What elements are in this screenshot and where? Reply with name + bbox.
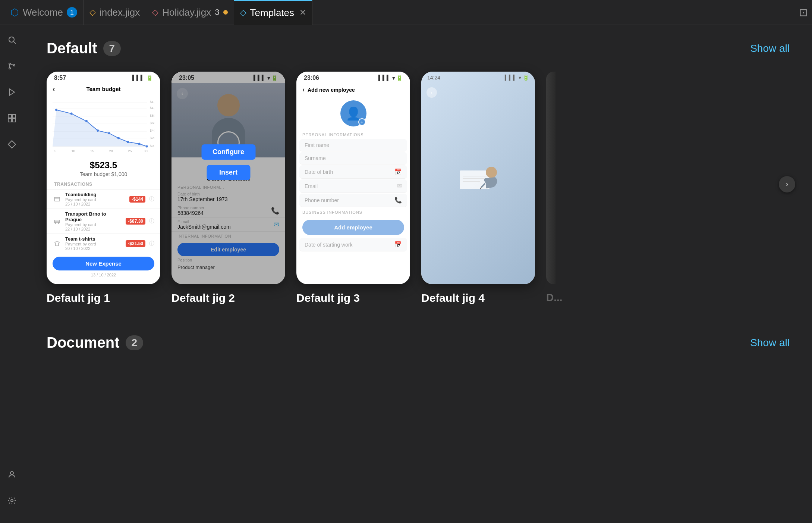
document-show-all[interactable]: Show all	[750, 337, 790, 349]
jig1-column: 8:57 ▍▍▍ 🔋 ‹ Team budget	[47, 72, 160, 304]
vs-icon: ⬡	[10, 7, 19, 18]
tx3-amount: -$21.50	[126, 240, 145, 247]
svg-text:$1,000.00: $1,000.00	[150, 106, 154, 110]
add-employee-btn[interactable]: Add employee	[302, 220, 404, 235]
tx2-icon	[53, 217, 62, 226]
jig1-date: 13 / 10 / 2022	[47, 270, 160, 279]
tab-index[interactable]: ◇ index.jigx	[84, 0, 146, 25]
person-icon: 👤	[346, 106, 361, 121]
jig4-status: 14:24 ▍▍▍ ▾ 🔋	[421, 72, 535, 84]
svg-rect-10	[8, 119, 12, 122]
default-section-header: Default 7 Show all	[47, 40, 790, 57]
jig2-label: Default jig 2	[171, 292, 285, 304]
avatar-plus: +	[358, 118, 366, 126]
svg-text:$0.00: $0.00	[150, 144, 154, 148]
email-input[interactable]: Email ✉	[299, 179, 407, 193]
svg-rect-44	[54, 197, 60, 201]
sidebar-diamond[interactable]	[4, 137, 19, 152]
sidebar-settings[interactable]	[4, 493, 19, 508]
back-icon[interactable]: ‹	[53, 85, 55, 93]
tx-teambuilding: Teambuilding Payment by card 25 / 10 / 2…	[47, 189, 160, 209]
svg-text:30: 30	[144, 149, 148, 153]
partial-card	[546, 72, 556, 284]
tab-holiday[interactable]: ◇ Holiday.jigx 3	[146, 0, 234, 25]
svg-rect-11	[12, 119, 16, 122]
tx-transport: Transport Brno to Prague Payment by card…	[47, 209, 160, 234]
chart-container: $1,200.00 $1,000.00 $800.00 $600.00 $400…	[47, 95, 160, 159]
svg-point-39	[108, 132, 110, 134]
phone-input[interactable]: Phone number 📞	[299, 194, 407, 207]
start-date-input[interactable]: Date of starting work 📅	[299, 238, 407, 251]
tx1-icon	[53, 195, 62, 204]
email-icon3: ✉	[397, 182, 402, 190]
svg-text:20: 20	[109, 149, 113, 153]
jig4-card[interactable]: 14:24 ▍▍▍ ▾ 🔋	[421, 72, 535, 284]
transactions-label: TRANSACTIONS	[47, 180, 160, 189]
sidebar-branch[interactable]	[4, 59, 19, 73]
svg-point-47	[55, 223, 56, 224]
sidebar-bottom	[4, 467, 19, 516]
jig3-label: Default jig 3	[296, 292, 410, 304]
tx3-info: Team t-shirts Payment by card 20 / 10 / …	[65, 236, 122, 251]
firstname-input[interactable]: First name	[299, 139, 407, 151]
jig1-card[interactable]: 8:57 ▍▍▍ 🔋 ‹ Team budget	[47, 72, 160, 284]
tx-shirts: Team t-shirts Payment by card 20 / 10 / …	[47, 234, 160, 253]
jig3-card[interactable]: 23:06 ▍▍▍ ▾ 🔋 ‹ Add new employee	[296, 72, 410, 284]
tab-templates[interactable]: ◇ Templates ✕	[234, 0, 313, 25]
svg-text:$600.00: $600.00	[150, 121, 154, 125]
tx3-icon	[53, 239, 62, 248]
document-badge: 2	[126, 335, 144, 350]
holiday-dot	[223, 10, 228, 15]
default-badge: 7	[103, 41, 121, 56]
calendar-icon2: 📅	[394, 241, 402, 248]
svg-text:10: 10	[72, 149, 75, 153]
configure-btn[interactable]: Configure	[201, 144, 255, 160]
next-arrow[interactable]: ›	[779, 176, 795, 192]
svg-point-13	[10, 472, 13, 475]
personal-info-label3: PERSONAL INFORMATIONS	[296, 130, 410, 138]
document-section-header: Document 2 Show all	[47, 334, 790, 351]
tx2-info-icon: ⓘ	[149, 218, 154, 225]
svg-marker-12	[8, 141, 16, 148]
surname-input[interactable]: Surname	[299, 152, 407, 165]
insert-btn[interactable]: Insert	[207, 165, 250, 180]
sidebar-search[interactable]	[4, 32, 19, 47]
holiday-badge-num: 3	[215, 7, 219, 17]
tx3-info-icon: ⓘ	[149, 240, 154, 247]
writing-illustration	[452, 163, 504, 193]
jig4-column: 14:24 ▍▍▍ ▾ 🔋	[421, 72, 535, 304]
jig3-back-icon[interactable]: ‹	[302, 86, 305, 94]
index-icon: ◇	[89, 7, 96, 17]
sidebar-run[interactable]	[4, 85, 19, 100]
main-layout: Default 7 Show all 8:57 ▍▍▍ 🔋	[0, 25, 812, 523]
new-expense-btn[interactable]: New Expense	[53, 257, 154, 270]
svg-point-40	[117, 137, 120, 139]
jig3-status: 23:06 ▍▍▍ ▾ 🔋	[296, 72, 410, 83]
svg-point-14	[11, 499, 13, 502]
svg-point-35	[55, 109, 57, 111]
svg-text:$400.00: $400.00	[150, 129, 154, 132]
templates-close[interactable]: ✕	[299, 8, 306, 18]
sidebar-grid[interactable]	[4, 111, 19, 126]
status-icons: ▍▍▍ 🔋	[132, 75, 153, 81]
svg-text:$1,200.00: $1,200.00	[150, 100, 154, 104]
cards-section: 8:57 ▍▍▍ 🔋 ‹ Team budget	[47, 72, 790, 304]
svg-point-42	[138, 143, 141, 145]
dob-input[interactable]: Date of birth 📅	[299, 165, 407, 179]
tab-welcome[interactable]: ⬡ Welcome 1	[4, 0, 84, 25]
svg-line-6	[10, 64, 13, 65]
jig4-back[interactable]: ‹	[427, 87, 437, 98]
cards-row: 8:57 ▍▍▍ 🔋 ‹ Team budget	[47, 72, 790, 304]
svg-point-41	[127, 141, 129, 143]
svg-point-36	[70, 113, 73, 115]
svg-point-38	[97, 129, 99, 132]
layout-toggle[interactable]: ⊡	[799, 6, 808, 19]
partial-card-col: D...	[546, 72, 563, 304]
svg-text:$200.00: $200.00	[150, 136, 154, 140]
svg-point-43	[146, 145, 148, 148]
jig2-card[interactable]: Configure Insert 23:05 ▍▍▍ ▾ 🔋	[171, 72, 285, 284]
svg-rect-9	[12, 115, 16, 118]
default-show-all[interactable]: Show all	[750, 43, 790, 54]
status-icons3: ▍▍▍ ▾ 🔋	[378, 75, 403, 81]
sidebar-user[interactable]	[4, 467, 19, 482]
